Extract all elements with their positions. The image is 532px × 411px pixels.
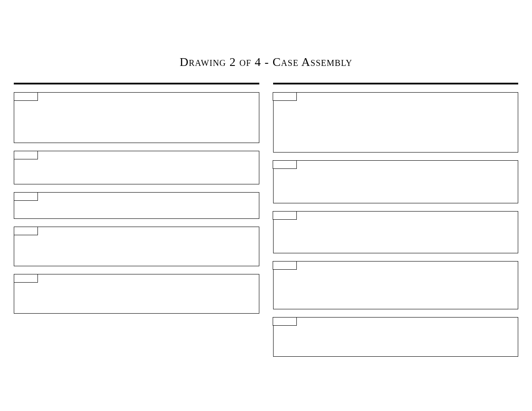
left-column bbox=[14, 83, 259, 364]
box-tab bbox=[14, 192, 38, 201]
content-box bbox=[273, 317, 519, 357]
box-tab bbox=[273, 317, 297, 326]
box-tab bbox=[14, 92, 38, 101]
content-box bbox=[14, 151, 259, 184]
columns-container bbox=[14, 83, 518, 364]
content-box bbox=[273, 211, 519, 253]
box-tab bbox=[273, 160, 297, 169]
content-box bbox=[273, 160, 519, 203]
content-box bbox=[14, 92, 259, 143]
column-rule bbox=[14, 83, 259, 84]
box-tab bbox=[14, 227, 38, 235]
box-tab bbox=[14, 274, 38, 283]
content-box bbox=[14, 192, 259, 219]
content-box bbox=[14, 274, 259, 314]
column-rule bbox=[273, 83, 519, 84]
right-column bbox=[273, 83, 519, 364]
box-tab bbox=[14, 151, 38, 159]
page-title: Drawing 2 of 4 - Case Assembly bbox=[0, 55, 532, 69]
box-tab bbox=[273, 261, 297, 270]
box-tab bbox=[273, 92, 297, 101]
content-box bbox=[273, 261, 519, 309]
content-box bbox=[14, 227, 259, 266]
content-box bbox=[273, 92, 519, 153]
box-tab bbox=[273, 211, 297, 220]
